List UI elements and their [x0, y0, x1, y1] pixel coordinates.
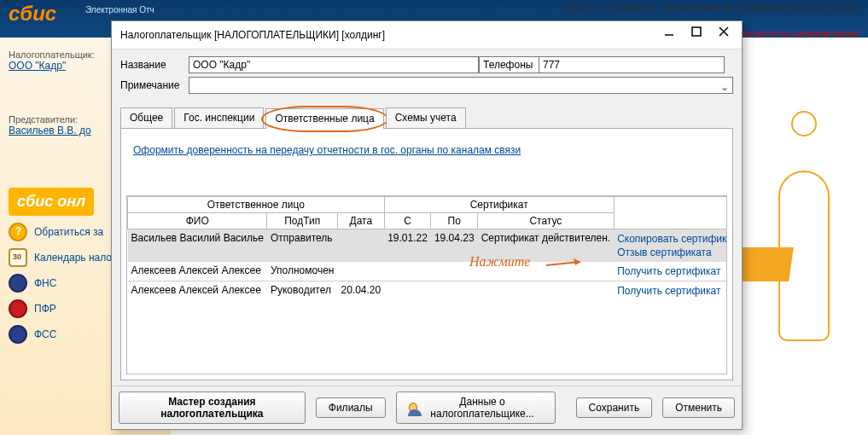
phones-label: Телефоны	[479, 56, 539, 73]
create-poa-link[interactable]: Оформить доверенность на передачу отчетн…	[133, 144, 521, 156]
maximize-button[interactable]	[684, 26, 709, 44]
app-alert-text: етности по каналам связи!	[743, 28, 859, 38]
svg-marker-5	[574, 258, 580, 265]
cert-action-link[interactable]: Отзыв сертификата	[617, 246, 727, 259]
name-input[interactable]	[189, 56, 479, 73]
name-label: Название	[120, 59, 189, 71]
col-date[interactable]: Дата	[337, 213, 384, 229]
close-button[interactable]	[711, 26, 737, 44]
help-icon	[9, 223, 27, 241]
cancel-button[interactable]: Отменить	[662, 397, 735, 418]
modal-title: Налогоплательщик [НАЛОГОПЛАТЕЛЬЩИКИ] [хо…	[120, 29, 655, 41]
table-row[interactable]: Васильев Василий ВасильеОтправитель19.01…	[128, 229, 728, 263]
annotation-arrow-icon	[546, 258, 589, 276]
sidebar-label-pfr: ПФР	[34, 303, 56, 315]
tab-general[interactable]: Общее	[120, 107, 172, 128]
branches-button[interactable]: Филиалы	[316, 397, 386, 418]
calendar-icon	[9, 248, 27, 267]
taxpayer-info-button[interactable]: Данные о налогоплательщике...	[396, 392, 556, 424]
sbis-online-logo[interactable]: сбис онл	[9, 188, 94, 216]
app-logo-subtitle: Электронная Отч	[85, 5, 154, 14]
col-subtype[interactable]: ПодТип	[267, 213, 338, 229]
sidebar-label-help: Обратиться за	[34, 226, 103, 238]
grid-group-person: Ответственное лицо	[128, 197, 385, 213]
minimize-icon	[664, 26, 674, 37]
taxpayer-modal: Налогоплательщик [НАЛОГОПЛАТЕЛЬЩИКИ] [хо…	[111, 20, 743, 430]
col-status[interactable]: Статус	[478, 213, 615, 229]
chevron-down-icon: ⌄	[720, 81, 729, 93]
sidebar-label-fss: ФСС	[34, 328, 56, 340]
table-row[interactable]: Алексеев Алексей АлексееРуководител20.04…	[128, 281, 728, 301]
cert-action-link[interactable]: Скопировать сертификат	[617, 232, 727, 246]
note-input[interactable]: ⌄	[189, 77, 733, 94]
person-icon	[409, 403, 417, 413]
modal-footer: Мастер создания налогоплательщика Филиал…	[112, 386, 742, 429]
col-fio[interactable]: ФИО	[128, 213, 267, 229]
table-row[interactable]: Алексеев Алексей АлексееУполномоченПолуч…	[128, 262, 728, 281]
assistant-illustration	[766, 136, 842, 418]
tabs: Общее Гос. инспекции Ответственные лица …	[120, 107, 733, 129]
note-label: Примечание	[120, 79, 189, 91]
pfr-icon	[9, 299, 27, 318]
tab-responsible-persons[interactable]: Ответственные лица	[265, 108, 383, 129]
col-to[interactable]: По	[431, 213, 478, 229]
tab-accounting-schemes[interactable]: Схемы учета	[386, 107, 466, 128]
cert-action-link[interactable]: Получить сертификат	[617, 264, 727, 278]
taxpayer-wizard-button[interactable]: Мастер создания налогоплательщика	[119, 392, 306, 424]
phones-input[interactable]	[539, 56, 725, 73]
responsible-persons-grid: Ответственное лицо Сертификат ФИО ПодТип…	[126, 195, 727, 374]
grid-group-cert: Сертификат	[384, 197, 614, 213]
cert-action-link[interactable]: Получить сертификат	[617, 284, 727, 298]
sidebar-label-fns: ФНС	[34, 277, 56, 289]
close-icon	[719, 26, 729, 37]
fss-icon	[9, 325, 27, 344]
tab-gov-inspections[interactable]: Гос. инспекции	[174, 107, 264, 128]
minimize-button[interactable]	[656, 26, 682, 44]
maximize-icon	[691, 26, 702, 37]
annotation-text: Нажмите	[469, 254, 530, 270]
svg-rect-1	[692, 27, 701, 36]
tab-content: Оформить доверенность на передачу отчетн…	[120, 129, 733, 380]
save-button[interactable]: Сохранить	[576, 397, 653, 418]
col-from[interactable]: С	[384, 213, 431, 229]
app-status-text: СБИС 2.4.969/8322. Обновление не требует…	[564, 3, 860, 14]
app-logo: сбис	[9, 2, 56, 26]
fns-icon	[9, 274, 27, 293]
